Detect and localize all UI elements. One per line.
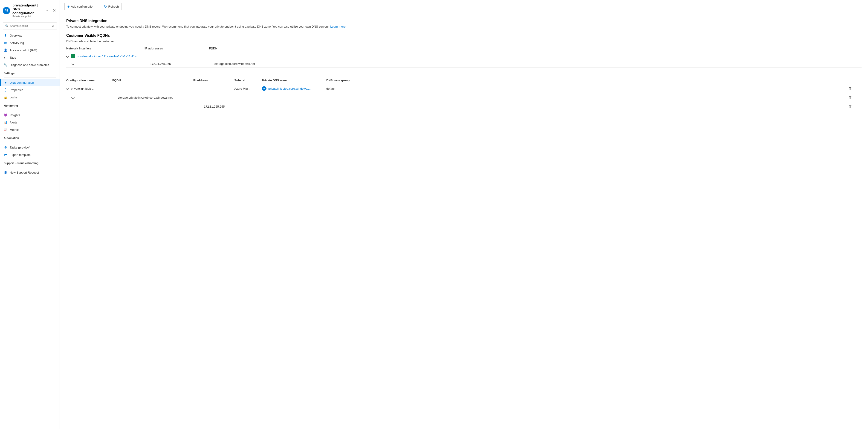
cfg-actions: 🗑 (848, 86, 862, 91)
nav-diagnose[interactable]: Diagnose and solve problems (0, 61, 60, 68)
dns-config-icon (4, 81, 7, 85)
monitoring-section-label: Monitoring (0, 101, 60, 108)
fqdns-desc: DNS records visible to the customer (66, 39, 862, 44)
cfg-dns-zone: PE privatelink.blob.core.windows.... (262, 86, 326, 91)
add-icon (67, 5, 69, 9)
cfg-gc-dnsgrp: - (337, 105, 848, 108)
nic-link[interactable]: privateendpoint.nic111aaaa1-a1a1-1a11-11… (77, 55, 137, 58)
col-header-fqdn: FQDN (209, 47, 862, 50)
nic-icon (71, 54, 75, 58)
settings-section-label: Settings (0, 68, 60, 76)
learn-more-link[interactable]: Learn more (330, 25, 345, 28)
fqdns-table-header: Network Interface IP addresses FQDN (66, 45, 862, 52)
support-section-label: Support + troubleshooting (0, 158, 60, 166)
nav-alerts[interactable]: Alerts (0, 119, 60, 126)
col-header-network: Network Interface (66, 47, 145, 50)
main-area: Add configuration Refresh Private DNS in… (60, 0, 868, 429)
search-icon (5, 24, 8, 28)
sidebar: PE privatendpoint | DNS configuration Pr… (0, 0, 60, 429)
title-block: privatendpoint | DNS configuration Priva… (12, 3, 41, 18)
locks-icon (4, 95, 7, 99)
support-icon (4, 171, 7, 174)
settings-divider (4, 77, 56, 77)
top-bar: Add configuration Refresh (60, 0, 868, 13)
delete-button[interactable]: 🗑 (848, 86, 853, 91)
nav-locks[interactable]: Locks (0, 94, 60, 101)
collapse-button[interactable]: « (51, 24, 55, 28)
fqdn-child-network (72, 63, 150, 65)
automation-section-label: Automation (0, 133, 60, 141)
properties-icon (4, 88, 7, 92)
col-header-cfg-ip: IP address (193, 78, 234, 82)
config-row-child: storage.privatelink.blob.core.windows.ne… (66, 93, 862, 102)
iam-icon (4, 48, 7, 52)
chevron-icon[interactable] (66, 55, 69, 58)
diagnose-icon (4, 63, 7, 67)
page-title: privatendpoint | DNS configuration (12, 3, 41, 15)
avatar: PE (3, 7, 10, 14)
delete-button[interactable]: 🗑 (848, 95, 853, 100)
col-header-cfg-dns: Private DNS zone (262, 78, 326, 82)
chevron-icon[interactable] (71, 96, 74, 99)
cfg-name: privatelink-blob-... (66, 87, 112, 90)
support-divider (4, 167, 56, 167)
delete-button[interactable]: 🗑 (848, 104, 853, 109)
nav-dns-config[interactable]: DNS configuration (0, 79, 60, 86)
activity-log-icon (4, 41, 7, 44)
ellipsis-button[interactable]: ··· (43, 8, 49, 13)
alerts-icon (4, 121, 7, 124)
chevron-icon[interactable] (71, 62, 74, 65)
chevron-icon[interactable] (66, 87, 69, 90)
fqdn-row-network: privateendpoint.nic111aaaa1-a1a1-1a11-11… (66, 54, 145, 58)
nav-overview[interactable]: Overview (0, 32, 60, 39)
col-header-cfg-fqdn: FQDN (112, 78, 193, 82)
page-subtitle: Private endpoint (12, 15, 41, 18)
dns-integration-heading: Private DNS integration (66, 19, 862, 23)
sidebar-header: PE privatendpoint | DNS configuration Pr… (0, 0, 60, 20)
col-header-cfg-dnsgrp: DNS zone group (326, 78, 848, 82)
dns-integration-desc: To connect privately with your private e… (66, 24, 862, 29)
config-table-header: Configuration name FQDN IP address Subsc… (66, 77, 862, 84)
fqdns-heading: Customer Visible FQDNs (66, 34, 862, 38)
add-configuration-button[interactable]: Add configuration (64, 3, 97, 10)
nav-export[interactable]: Export template (0, 151, 60, 158)
table-row: 172.31.255.255 storage.blob.core.windows… (66, 60, 862, 68)
cfg-gc-dns: - (273, 105, 337, 108)
cfg-child-actions: 🗑 (848, 95, 862, 100)
fqdn-child-ip: 172.31.255.255 (150, 62, 214, 66)
dns-zone-link[interactable]: privatelink.blob.core.windows.... (268, 87, 311, 90)
cfg-child-dns: - (268, 96, 332, 99)
fqdn-child-fqdn: storage.blob.core.windows.net (214, 62, 862, 66)
cfg-child-dnsgrp: - (332, 96, 848, 99)
nav-activity-log[interactable]: Activity log (0, 39, 60, 46)
col-header-cfg-name: Configuration name (66, 78, 112, 82)
nav-tags[interactable]: Tags (0, 54, 60, 61)
cfg-child-fqdn: storage.privatelink.blob.core.windows.ne… (118, 96, 198, 99)
automation-divider (4, 142, 56, 142)
overview-icon (4, 34, 7, 37)
dns-integration-section: Private DNS integration To connect priva… (66, 19, 862, 29)
close-button[interactable]: ✕ (52, 7, 57, 14)
nav-properties[interactable]: Properties (0, 86, 60, 94)
config-row-parent: privatelink-blob-... Azure Mig... PE pri… (66, 84, 862, 93)
metrics-icon (4, 128, 7, 132)
nav-iam[interactable]: Access control (IAM) (0, 46, 60, 54)
cfg-subscription: Azure Mig... (234, 87, 262, 90)
content-area: Private DNS integration To connect priva… (60, 13, 868, 429)
refresh-button[interactable]: Refresh (101, 3, 122, 10)
config-row-grandchild: 172.31.255.255 - - 🗑 (66, 102, 862, 111)
dns-zone-icon: PE (262, 86, 267, 91)
tags-icon (4, 56, 7, 59)
table-row: privateendpoint.nic111aaaa1-a1a1-1a11-11… (66, 52, 862, 60)
search-box[interactable]: « (3, 23, 57, 29)
tasks-icon (4, 145, 7, 149)
config-section: Configuration name FQDN IP address Subsc… (66, 77, 862, 111)
insights-icon (4, 113, 7, 117)
cfg-gc-ip: 172.31.255.255 (204, 105, 245, 108)
nav-insights[interactable]: Insights (0, 111, 60, 119)
nav-support[interactable]: New Support Request (0, 169, 60, 176)
nav-tasks[interactable]: Tasks (preview) (0, 144, 60, 151)
nav-metrics[interactable]: Metrics (0, 126, 60, 133)
refresh-icon (104, 4, 107, 9)
search-input[interactable] (10, 24, 50, 28)
